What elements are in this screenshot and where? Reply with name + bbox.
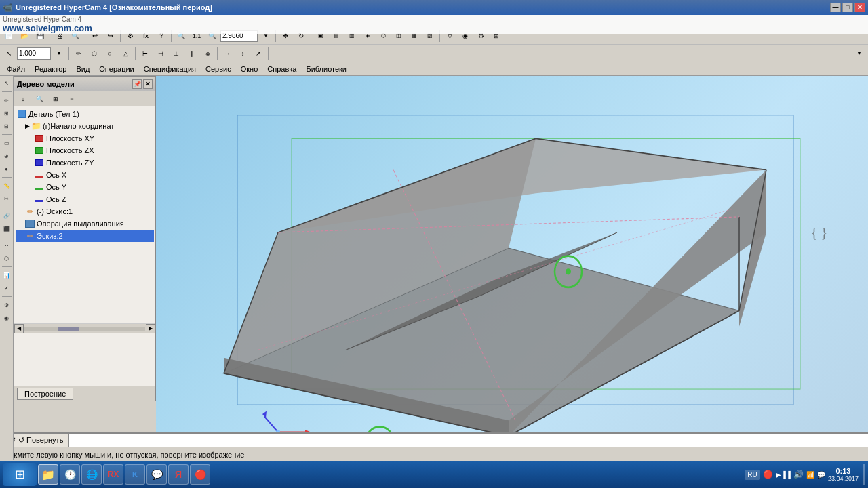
scale-input[interactable]: 1.000: [17, 47, 51, 60]
titlebar: 📹 Unregistered HyperCam 4 [Ознакомительн…: [0, 0, 868, 15]
dim-btn1[interactable]: ↔: [220, 46, 235, 61]
menu-file[interactable]: Файл: [3, 64, 29, 75]
taskbar-kompas[interactable]: K: [125, 464, 145, 485]
ltb-render2[interactable]: ◉: [1, 312, 13, 324]
scroll-right-arrow[interactable]: ▶: [146, 324, 155, 333]
sketch-btn4[interactable]: △: [118, 46, 133, 61]
tray-volume[interactable]: 🔊: [793, 470, 804, 479]
tree-tb-list[interactable]: ≡: [64, 92, 79, 106]
taskbar-chrome[interactable]: 🌐: [81, 464, 102, 485]
taskbar-yandex[interactable]: Я: [168, 464, 189, 485]
coord-indicator: { }: [811, 225, 827, 241]
scroll-left-arrow[interactable]: ◀: [14, 324, 24, 333]
ltb-sketch[interactable]: ✏: [1, 94, 13, 106]
ltb-wire[interactable]: 〰: [1, 239, 13, 251]
dim-btn3[interactable]: ↗: [251, 46, 266, 61]
watermark-line2: www.solveigmm.com: [3, 23, 865, 33]
ltb-axis[interactable]: ⊕: [1, 150, 13, 162]
dropdown-end[interactable]: ▼: [852, 46, 867, 61]
ltb-surface[interactable]: ⬡: [1, 252, 13, 264]
tree-item-plane-zx[interactable]: Плоскость ZX: [16, 144, 154, 157]
svg-line-27: [264, 416, 278, 432]
menu-spec[interactable]: Спецификация: [140, 64, 200, 75]
maximize-button[interactable]: □: [842, 3, 853, 12]
tree-item-extrude[interactable]: Операция выдавливания: [16, 218, 154, 230]
tree-item-plane-zy[interactable]: Плоскость ZY: [16, 157, 154, 169]
taskbar-line[interactable]: 💬: [146, 464, 167, 485]
sketch-btn2[interactable]: ⬡: [87, 46, 102, 61]
app-icon: 📹: [3, 3, 13, 12]
scale-dropdown[interactable]: ▼: [52, 46, 66, 61]
ltb-measure[interactable]: 📏: [1, 180, 13, 192]
tree-tb-grid[interactable]: ⊞: [48, 92, 63, 106]
scroll-thumb[interactable]: [58, 327, 79, 331]
tree-label-origin: (г)Начало координат: [43, 122, 114, 130]
tree-icon-plane-zy: [35, 158, 44, 167]
taskbar-app7[interactable]: 🔴: [190, 464, 210, 485]
menu-help[interactable]: Справка: [263, 64, 300, 75]
show-desktop-btn[interactable]: [863, 464, 865, 485]
tray-network: 📶: [806, 471, 814, 479]
left-toolbar: ↖ ✏ ⊞ ⊟ ▭ ⊕ ● 📏 ✂ 🔗 ⬛ 〰 ⬡ 📊 ✔ ⚙ ◉: [0, 76, 14, 460]
ltb-mate[interactable]: 🔗: [1, 209, 13, 222]
tree-label-axis-y: Ось Y: [46, 183, 66, 191]
taskbar-explorer[interactable]: 📁: [38, 464, 58, 485]
titlebar-left: 📹 Unregistered HyperCam 4 [Ознакомительн…: [3, 3, 212, 12]
tree-item-plane-xy[interactable]: Плоскость XY: [16, 132, 154, 144]
ltb-cam[interactable]: ⚙: [1, 299, 13, 311]
tree-tb-filter[interactable]: 🔍: [32, 92, 47, 106]
ltb-plane[interactable]: ▭: [1, 137, 13, 149]
tree-item-sketch2[interactable]: ✏ Эскиз:2: [16, 230, 154, 242]
tree-label-sketch1: (-) Эскис:1: [37, 207, 73, 216]
ltb-op1[interactable]: ⊞: [1, 107, 13, 119]
sketch-btn1[interactable]: ✏: [71, 46, 86, 61]
taskbar-rx[interactable]: RX: [103, 464, 123, 485]
scroll-track[interactable]: [24, 327, 145, 331]
tree-item-origin[interactable]: ▶ 📁 (г)Начало координат: [16, 120, 154, 132]
menu-view[interactable]: Вид: [72, 64, 94, 75]
titlebar-title: Unregistered HyperCam 4 [Ознакомительный…: [16, 3, 212, 12]
menu-libs[interactable]: Библиотеки: [302, 64, 351, 75]
ltb-analysis[interactable]: 📊: [1, 269, 13, 281]
tree-close-button[interactable]: ✕: [143, 79, 153, 89]
constrain-btn1[interactable]: ⊢: [138, 46, 153, 61]
menu-window[interactable]: Окно: [237, 64, 262, 75]
ltb-section[interactable]: ✂: [1, 192, 13, 205]
titlebar-controls: — □ ✕: [830, 3, 865, 12]
constrain-btn5[interactable]: ◈: [200, 46, 215, 61]
start-button[interactable]: ⊞: [3, 463, 37, 486]
coord-symbol: { }: [811, 225, 827, 240]
build-tab-button[interactable]: Построение: [17, 388, 73, 400]
ltb-sep7: [2, 296, 12, 297]
select-button[interactable]: ↖: [1, 46, 16, 61]
tree-pin-button[interactable]: 📌: [132, 79, 142, 89]
tree-label-part: Деталь (Тел-1): [28, 110, 79, 118]
dim-btn2[interactable]: ↕: [235, 46, 250, 61]
taskbar-clock[interactable]: 🕐: [60, 464, 80, 485]
ltb-point[interactable]: ●: [1, 163, 13, 175]
taskbar-right: RU 🔴 ▶▐▐ 🔊 📶 💬 0:13 23.04.2017: [745, 464, 865, 485]
constrain-btn2[interactable]: ⊣: [153, 46, 168, 61]
tree-header-controls: 📌 ✕: [132, 79, 153, 89]
close-button[interactable]: ✕: [854, 3, 865, 12]
tree-icon-axis-x: [35, 170, 44, 180]
tree-item-axis-x[interactable]: Ось X: [16, 169, 154, 181]
constrain-btn3[interactable]: ⊥: [169, 46, 184, 61]
menu-service[interactable]: Сервис: [201, 64, 235, 75]
ltb-op2[interactable]: ⊟: [1, 120, 13, 132]
tree-icon-origin: 📁: [31, 121, 41, 131]
ltb-check[interactable]: ✔: [1, 282, 13, 294]
minimize-button[interactable]: —: [830, 3, 841, 12]
menu-operations[interactable]: Операции: [95, 64, 138, 75]
tree-tb-arrow[interactable]: ↓: [16, 92, 31, 106]
menu-edit[interactable]: Редактор: [31, 64, 71, 75]
sketch-btn3[interactable]: ○: [102, 46, 117, 61]
constrain-btn4[interactable]: ∥: [184, 46, 199, 61]
tree-item-axis-z[interactable]: Ось Z: [16, 193, 154, 205]
tree-item-part[interactable]: Деталь (Тел-1): [16, 108, 154, 120]
tree-item-sketch1[interactable]: ✏ (-) Эскис:1: [16, 205, 154, 218]
ltb-select[interactable]: ↖: [1, 77, 13, 89]
viewport[interactable]: { }: [156, 76, 868, 460]
ltb-array[interactable]: ⬛: [1, 222, 13, 235]
tree-item-axis-y[interactable]: Ось Y: [16, 181, 154, 193]
